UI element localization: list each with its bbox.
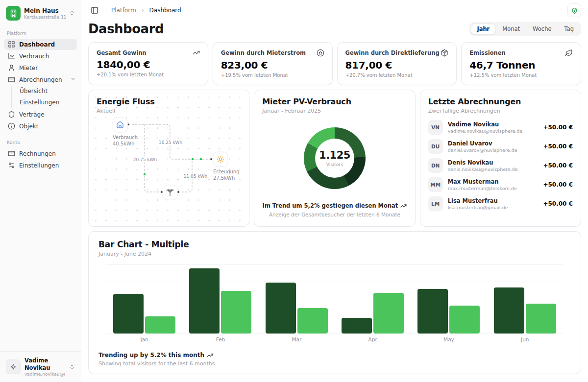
building-logo-icon: [6, 6, 21, 21]
handle: [211, 158, 212, 160]
donut-footer: Im Trend um 5,2% gestiegen diesen Monat …: [262, 202, 407, 219]
billing-row[interactable]: MM Max Mustermanmax.musterman@telekom.de…: [428, 177, 573, 192]
node-consumption[interactable]: Verbrauch 40.5kWh: [113, 118, 138, 146]
sidebar-item-einstellungen-konto[interactable]: Einstellungen: [4, 160, 77, 171]
avatar: VN: [428, 120, 443, 135]
billing-name: Vadime Novikau: [448, 121, 539, 128]
dashboard-grid-icon: [8, 41, 15, 48]
tab-woche[interactable]: Woche: [527, 24, 557, 34]
sidebar-item-label: Rechnungen: [19, 150, 56, 157]
bar-feb-series2[interactable]: [221, 291, 251, 334]
node-production[interactable]: Erzeugung 27.5kWh: [213, 152, 240, 181]
billing-name: Lisa Musterfrau: [448, 197, 539, 205]
billing-row[interactable]: LM Lisa Musterfraulisa.musterfrau@gmail.…: [428, 196, 573, 211]
bar-chart-subtitle: January - June 2024: [98, 251, 571, 257]
bar-axis-label: Apr: [335, 336, 411, 342]
sidebar-item-label: Verbrauch: [19, 53, 49, 60]
sidebar-item-rechnungen[interactable]: Rechnungen: [4, 148, 77, 159]
sidebar-item-dashboard[interactable]: Dashboard: [4, 39, 77, 50]
billing-amount: +50.00 €: [543, 200, 573, 207]
stat-delta: +12.5% vom letzten Monat: [469, 72, 573, 78]
sidebar-item-vertraege[interactable]: Verträge: [4, 109, 77, 120]
edge-label: 20.75 kWh: [133, 157, 157, 162]
main-content: Platform Dashboard Dashboard Jahr Monat …: [81, 0, 588, 382]
pv-card-title: Mieter PV-Verbrauch: [262, 97, 407, 106]
avatar: MM: [428, 177, 443, 192]
bar-axis-label: Jan: [106, 336, 182, 342]
section-label-konto: Konto: [7, 140, 77, 145]
bar-may-series2[interactable]: [449, 306, 480, 334]
bar-jun-series1[interactable]: [494, 287, 524, 334]
avatar: DN: [428, 158, 443, 173]
energy-flow-card[interactable]: Energie Fluss Aktuell 16.25 kWh 20.75 kW…: [88, 90, 249, 227]
bar-axis-label: Jun: [487, 336, 563, 342]
topbar-divider: [106, 6, 106, 14]
sidebar-item-label: Einstellungen: [20, 99, 59, 106]
billing-row[interactable]: DN Denis Novikaudenis.novikau@nuvisphere…: [428, 158, 573, 173]
bar-mar-series1[interactable]: [266, 283, 296, 334]
energy-flow-canvas[interactable]: 16.25 kWh 20.75 kWh 11.05 kWh: [97, 115, 244, 208]
sidebar-item-mieter[interactable]: Mieter: [4, 62, 77, 73]
bar-group-jun: [487, 265, 563, 334]
eco-brand-button[interactable]: [567, 3, 581, 17]
tab-jahr[interactable]: Jahr: [471, 24, 495, 34]
panel-left-icon: [91, 6, 98, 14]
sidebar-item-einstellungen-abrechnungen[interactable]: Einstellungen: [17, 97, 77, 108]
stat-value: 817,00 €: [345, 59, 449, 71]
sidebar-item-abrechnungen[interactable]: Abrechnungen: [4, 74, 77, 85]
bar-mar-series2[interactable]: [297, 308, 328, 334]
flow-dot: [200, 158, 202, 160]
breadcrumb-platform[interactable]: Platform: [111, 7, 136, 14]
stat-card-gesamt-gewinn: Gesamt Gewinn 1840,00 € +20.1% vom letzt…: [88, 42, 208, 85]
sidebar-toggle-button[interactable]: [88, 4, 101, 17]
node-label: Erzeugung: [213, 169, 240, 174]
user-menu[interactable]: Vadime Novikau vadime.novikau@nuvispher.…: [4, 356, 77, 378]
bar-feb-series1[interactable]: [189, 268, 220, 334]
bar-chart-footer: Trending up by 5.2% this month Showing t…: [98, 351, 571, 367]
sidebar-item-verbrauch[interactable]: Verbrauch: [4, 50, 77, 62]
billing-row[interactable]: VN Vadime Novikauvadime.novikau@nuvisphe…: [428, 120, 573, 135]
org-switcher[interactable]: Mein Haus Kartäuserstraße 11, 99084 E..: [4, 4, 77, 23]
stat-value: 46,7 Tonnen: [469, 59, 573, 71]
bar-chart-card: Bar Chart - Multiple January - June 2024…: [88, 231, 581, 374]
chevrons-up-down-icon: [69, 364, 75, 370]
node-grid[interactable]: [163, 185, 177, 200]
billing-email: daniel.uvarov@nuvisphere.de: [448, 147, 539, 153]
avatar: LM: [428, 196, 443, 211]
bar-jan-series2[interactable]: [145, 316, 175, 334]
page-title: Dashboard: [88, 22, 164, 36]
donut-footer-primary: Im Trend um 5,2% gestiegen diesen Monat: [263, 202, 398, 209]
bar-jan-series1[interactable]: [113, 294, 144, 334]
donut-center-label: Visitors: [326, 162, 343, 167]
eco-pin-icon: [571, 7, 578, 14]
bar-apr-series1[interactable]: [342, 318, 372, 334]
section-label-platform: Platform: [7, 30, 77, 36]
billing-card: Letzte Abrechnungen Zwei fällige Abrechn…: [420, 90, 581, 227]
billing-amount: +50.00 €: [543, 143, 573, 150]
billing-amount: +50.00 €: [543, 181, 573, 188]
bar-axis-labels: JanFebMarAprMayJun: [106, 336, 563, 342]
time-range-tabs: Jahr Monat Woche Tag: [469, 22, 581, 36]
pv-card-subtitle: Januar - Februar 2025: [262, 108, 407, 114]
breadcrumb: Platform Dashboard: [111, 7, 181, 14]
sidebar-item-label: Mieter: [19, 65, 38, 72]
bar-jun-series2[interactable]: [526, 304, 556, 334]
chevron-down-icon: [70, 76, 77, 83]
billing-email: lisa.musterfrau@gmail.de: [448, 205, 539, 210]
tab-monat[interactable]: Monat: [496, 24, 526, 34]
user-name: Vadime Novikau: [24, 357, 65, 372]
node-value: 27.5kWh: [213, 175, 235, 181]
stat-card-emissionen: Emissionen 46,7 Tonnen +12.5% vom letzte…: [461, 42, 581, 85]
stat-label: Emissionen: [469, 49, 506, 56]
sidebar-item-objekt[interactable]: Objekt: [4, 120, 77, 132]
sidebar-item-uebersicht[interactable]: Übersicht: [17, 86, 77, 96]
sidebar-item-label: Objekt: [19, 123, 38, 130]
bar-apr-series2[interactable]: [373, 293, 404, 334]
bar-may-series1[interactable]: [417, 289, 448, 334]
billing-row[interactable]: DU Daniel Uvarovdaniel.uvarov@nuvisphere…: [428, 139, 573, 154]
pv-donut[interactable]: 1.125 Visitors: [304, 127, 366, 189]
tab-tag[interactable]: Tag: [559, 24, 580, 34]
edge-label: 16.25 kWh: [159, 140, 182, 145]
stats-row: Gesamt Gewinn 1840,00 € +20.1% vom letzt…: [88, 42, 581, 85]
credit-card-icon: [8, 150, 15, 157]
